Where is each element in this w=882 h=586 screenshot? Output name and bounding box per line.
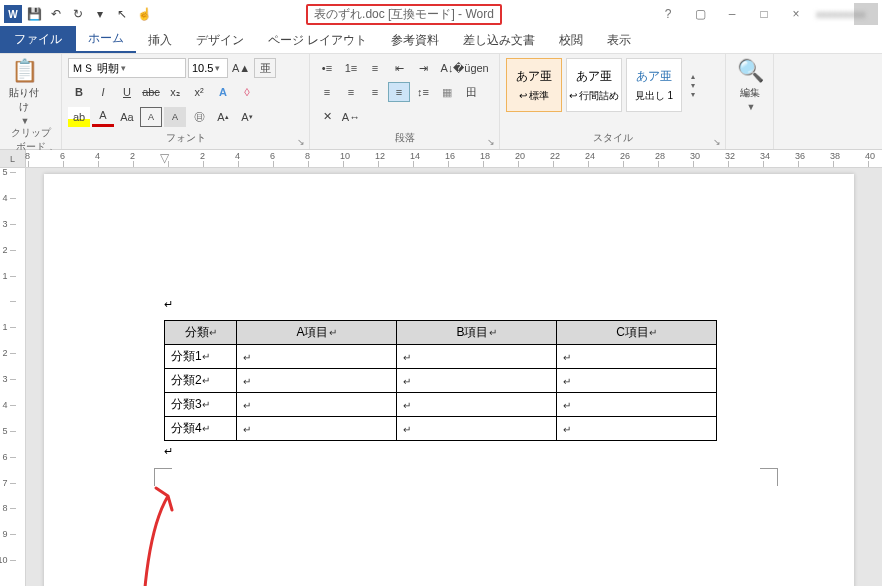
borders-button[interactable]: 田	[460, 82, 482, 102]
font-size-combo[interactable]: 10.5▾	[188, 58, 228, 78]
table-row[interactable]: 分類2↵↵↵↵	[165, 369, 717, 393]
ruler-corner[interactable]: L	[0, 150, 26, 168]
table-cell[interactable]: ↵	[237, 345, 397, 369]
document-table[interactable]: 分類↵ A項目↵ B項目↵ C項目↵ 分類1↵↵↵↵分類2↵↵↵↵分類3↵↵↵↵…	[164, 320, 717, 441]
bold-button[interactable]: B	[68, 82, 90, 102]
table-cell[interactable]: ↵	[237, 417, 397, 441]
align-left-button[interactable]: ≡	[316, 82, 338, 102]
tab-review[interactable]: 校閲	[547, 27, 595, 53]
dialog-launcher-icon[interactable]: ↘	[297, 137, 305, 147]
find-button[interactable]: 🔍 編集 ▼	[732, 58, 768, 112]
ruler-tick: 20	[518, 161, 553, 167]
text-effects-button[interactable]: A	[212, 82, 234, 102]
line-spacing-button[interactable]: ↕≡	[412, 82, 434, 102]
enclose-char-button[interactable]: ㊐	[188, 107, 210, 127]
tab-home[interactable]: ホーム	[76, 25, 136, 53]
justify-button[interactable]: ≡	[388, 82, 410, 102]
close-button[interactable]: ×	[784, 7, 808, 21]
crop-mark-left	[154, 468, 172, 486]
tab-design[interactable]: デザイン	[184, 27, 256, 53]
document-page[interactable]: ↵ 分類↵ A項目↵ B項目↵ C項目↵ 分類1↵↵↵↵分類2↵↵↵↵分類3↵↵…	[44, 174, 854, 586]
table-cell[interactable]: ↵	[397, 393, 557, 417]
ribbon-display-icon[interactable]: ▢	[688, 7, 712, 21]
dec-indent-button[interactable]: ⇤	[388, 58, 410, 78]
table-cell[interactable]: 分類1↵	[165, 345, 237, 369]
table-cell[interactable]: 分類4↵	[165, 417, 237, 441]
change-case-button[interactable]: Aa	[116, 107, 138, 127]
table-cell[interactable]: ↵	[237, 393, 397, 417]
clear-format-button[interactable]: ◊	[236, 82, 258, 102]
table-cell[interactable]: ↵	[557, 369, 717, 393]
table-cell[interactable]: ↵	[557, 417, 717, 441]
table-header[interactable]: A項目↵	[237, 321, 397, 345]
char-border-button[interactable]: A	[140, 107, 162, 127]
table-cell[interactable]: 分類3↵	[165, 393, 237, 417]
touch-mode-icon[interactable]: ☝	[136, 6, 152, 22]
table-row[interactable]: 分類1↵↵↵↵	[165, 345, 717, 369]
table-header[interactable]: B項目↵	[397, 321, 557, 345]
tab-mailings[interactable]: 差し込み文書	[451, 27, 547, 53]
strike-button[interactable]: abc	[140, 82, 162, 102]
style-preview: あア亜	[567, 68, 621, 85]
table-cell[interactable]: 分類2↵	[165, 369, 237, 393]
minimize-button[interactable]: –	[720, 7, 744, 21]
italic-button[interactable]: I	[92, 82, 114, 102]
table-row[interactable]: 分類3↵↵↵↵	[165, 393, 717, 417]
char-shading-button[interactable]: A	[164, 107, 186, 127]
font-name-combo[interactable]: ＭＳ 明朝▾	[68, 58, 186, 78]
ruby-button[interactable]: 亜	[254, 58, 276, 78]
highlight-button[interactable]: ab	[68, 107, 90, 127]
font-color-button[interactable]: A	[92, 107, 114, 127]
subscript-button[interactable]: x₂	[164, 82, 186, 102]
shading-button[interactable]: ▦	[436, 82, 458, 102]
table-cell[interactable]: ↵	[557, 345, 717, 369]
tab-page-layout[interactable]: ページ レイアウト	[256, 27, 379, 53]
table-cell[interactable]: ↵	[397, 417, 557, 441]
styles-gallery-more[interactable]: ▴ ▾ ▾	[686, 70, 700, 101]
account-name[interactable]: xxxxxxxxx	[816, 8, 840, 20]
table-cell[interactable]: ↵	[557, 393, 717, 417]
numbering-button[interactable]: 1≡	[340, 58, 362, 78]
paste-button[interactable]: 📋 貼り付け ▼	[6, 58, 42, 126]
bullets-button[interactable]: •≡	[316, 58, 338, 78]
grow-font-button[interactable]: A▲	[230, 58, 252, 78]
font-shrink-button[interactable]: A▾	[236, 107, 258, 127]
align-right-button[interactable]: ≡	[364, 82, 386, 102]
dialog-launcher-icon[interactable]: ↘	[713, 137, 721, 147]
document-canvas[interactable]: ↵ 分類↵ A項目↵ B項目↵ C項目↵ 分類1↵↵↵↵分類2↵↵↵↵分類3↵↵…	[26, 168, 882, 586]
table-cell[interactable]: ↵	[237, 369, 397, 393]
tab-references[interactable]: 参考資料	[379, 27, 451, 53]
distribute-button[interactable]: ✕	[316, 107, 338, 127]
style-heading1[interactable]: あア亜 見出し 1	[626, 58, 682, 112]
redo-icon[interactable]: ↻	[70, 6, 86, 22]
table-header[interactable]: C項目↵	[557, 321, 717, 345]
multilevel-button[interactable]: ≡	[364, 58, 386, 78]
table-row[interactable]: 分類4↵↵↵↵	[165, 417, 717, 441]
tab-insert[interactable]: 挿入	[136, 27, 184, 53]
table-header-row: 分類↵ A項目↵ B項目↵ C項目↵	[165, 321, 717, 345]
underline-button[interactable]: U	[116, 82, 138, 102]
maximize-button[interactable]: □	[752, 7, 776, 21]
horizontal-ruler[interactable]: L ▽△ 86422468101214161820222426283032343…	[0, 150, 882, 168]
font-grow-button[interactable]: A▴	[212, 107, 234, 127]
char-scale-button[interactable]: A↔	[340, 107, 362, 127]
inc-indent-button[interactable]: ⇥	[412, 58, 434, 78]
show-marks-button[interactable]: �ügen	[460, 58, 482, 78]
dialog-launcher-icon[interactable]: ↘	[487, 137, 495, 147]
qat-customize-icon[interactable]: ▾	[92, 6, 108, 22]
align-center-button[interactable]: ≡	[340, 82, 362, 102]
help-icon[interactable]: ?	[656, 7, 680, 21]
table-header[interactable]: 分類↵	[165, 321, 237, 345]
tab-file[interactable]: ファイル	[0, 26, 76, 53]
table-cell[interactable]: ↵	[397, 345, 557, 369]
pointer-mode-icon[interactable]: ↖	[114, 6, 130, 22]
tab-view[interactable]: 表示	[595, 27, 643, 53]
vertical-ruler[interactable]: 5432112345678910	[0, 168, 26, 586]
save-icon[interactable]: 💾	[26, 6, 42, 22]
style-no-spacing[interactable]: あア亜 ↩ 行間詰め	[566, 58, 622, 112]
undo-icon[interactable]: ↶	[48, 6, 64, 22]
table-cell[interactable]: ↵	[397, 369, 557, 393]
superscript-button[interactable]: x²	[188, 82, 210, 102]
style-normal[interactable]: あア亜 ↩ 標準	[506, 58, 562, 112]
ruler-tick: 4	[238, 161, 273, 167]
